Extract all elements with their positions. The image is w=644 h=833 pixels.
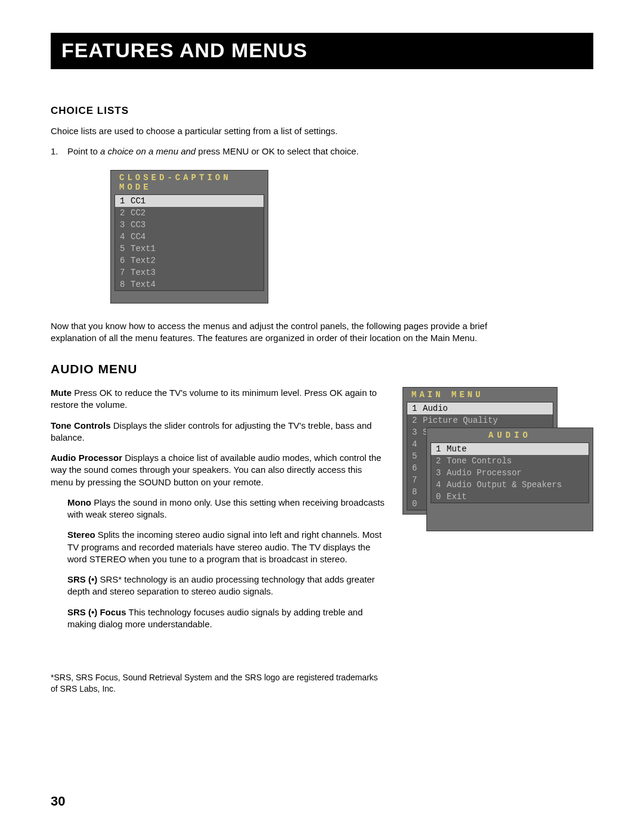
item-number: 3 bbox=[412, 428, 423, 437]
list-item: 8Text4 bbox=[115, 278, 264, 290]
cc-title: CLOSED-CAPTION MODE bbox=[111, 171, 268, 194]
srs-footnote: *SRS, SRS Focus, Sound Retrieval System … bbox=[51, 672, 385, 695]
item-label: Tone Controls bbox=[447, 456, 512, 466]
item-number: 7 bbox=[412, 475, 423, 485]
list-item: 4CC4 bbox=[115, 231, 264, 243]
audio-submenu-list: 1Mute2Tone Controls3Audio Processor4Audi… bbox=[431, 442, 589, 503]
choice-lists-section: CHOICE LISTS Choice lists are used to ch… bbox=[51, 105, 593, 344]
page-number: 30 bbox=[51, 794, 65, 809]
audio-menu-section: AUDIO MENU Mute Press OK to reduce the T… bbox=[51, 362, 593, 695]
item-number: 3 bbox=[120, 220, 131, 230]
item-number: 3 bbox=[436, 468, 447, 478]
item-label: Exit bbox=[447, 492, 467, 501]
item-number: 0 bbox=[412, 499, 423, 509]
item-label: Text4 bbox=[131, 280, 156, 289]
mono-para: Mono Plays the sound in mono only. Use t… bbox=[67, 497, 385, 521]
mute-para: Mute Press OK to reduce the TV's volume … bbox=[51, 387, 385, 411]
proc-para: Audio Processor Displays a choice list o… bbox=[51, 452, 385, 488]
choice-after-text: Now that you know how to access the menu… bbox=[51, 320, 504, 345]
tone-para: Tone Controls Displays the slider contro… bbox=[51, 420, 385, 444]
item-number: 1 bbox=[120, 196, 131, 206]
item-number: 4 bbox=[436, 480, 447, 490]
item-number: 2 bbox=[436, 456, 447, 466]
choice-step-1: 1. Point to a choice on a menu and press… bbox=[51, 145, 432, 157]
choice-intro: Choice lists are used to choose a partic… bbox=[51, 125, 432, 137]
item-label: Text3 bbox=[131, 268, 156, 277]
audio-osd-stack: MAIN MENU 1Audio2Picture Quality3Screen4… bbox=[402, 387, 593, 515]
closed-caption-osd: CLOSED-CAPTION MODE 1CC12CC23CC34CC45Tex… bbox=[110, 170, 268, 304]
list-item: 2Picture Quality bbox=[407, 414, 553, 426]
list-item: 0Exit bbox=[431, 491, 589, 503]
item-number: 1 bbox=[412, 404, 423, 413]
item-label: Picture Quality bbox=[423, 416, 498, 425]
list-item: 1Audio bbox=[407, 402, 553, 414]
chapter-header: FEATURES AND MENUS bbox=[51, 33, 593, 69]
item-label: CC3 bbox=[131, 220, 145, 230]
item-number: 4 bbox=[120, 232, 131, 241]
step-text: Point to a choice on a menu and press ME… bbox=[67, 145, 359, 157]
item-label: Text1 bbox=[131, 244, 156, 253]
item-label: Mute bbox=[447, 444, 467, 454]
list-item: 3CC3 bbox=[115, 219, 264, 231]
list-item: 1CC1 bbox=[115, 195, 264, 207]
list-item: 4Audio Output & Speakers bbox=[431, 479, 589, 491]
item-number: 2 bbox=[412, 416, 423, 425]
step-number: 1. bbox=[51, 145, 67, 157]
item-number: 4 bbox=[412, 439, 423, 449]
main-menu-title: MAIN MENU bbox=[403, 388, 557, 402]
item-label: Audio Processor bbox=[447, 468, 522, 478]
srsfocus-para: SRS (•) Focus This technology focuses au… bbox=[67, 606, 385, 631]
item-number: 6 bbox=[120, 256, 131, 265]
list-item: 7Text3 bbox=[115, 267, 264, 278]
audio-heading: AUDIO MENU bbox=[51, 362, 593, 376]
item-number: 2 bbox=[120, 208, 131, 218]
audio-submenu-title: AUDIO bbox=[427, 428, 593, 442]
item-label: Text2 bbox=[131, 256, 156, 265]
list-item: 3Audio Processor bbox=[431, 467, 589, 479]
srs-para: SRS (•) SRS* technology is an audio proc… bbox=[67, 574, 385, 598]
item-number: 5 bbox=[412, 451, 423, 461]
item-label: CC2 bbox=[131, 208, 145, 218]
audio-submenu-osd: AUDIO 1Mute2Tone Controls3Audio Processo… bbox=[426, 428, 593, 531]
item-number: 8 bbox=[412, 487, 423, 497]
item-number: 5 bbox=[120, 244, 131, 253]
item-label: CC1 bbox=[131, 196, 145, 206]
choice-lists-heading: CHOICE LISTS bbox=[51, 105, 593, 117]
item-number: 1 bbox=[436, 444, 447, 454]
item-number: 0 bbox=[436, 492, 447, 501]
list-item: 1Mute bbox=[431, 443, 589, 455]
cc-list: 1CC12CC23CC34CC45Text16Text27Text38Text4 bbox=[114, 194, 264, 291]
item-number: 6 bbox=[412, 463, 423, 473]
list-item: 2Tone Controls bbox=[431, 455, 589, 467]
item-label: CC4 bbox=[131, 232, 145, 241]
stereo-para: Stereo Splits the incoming stereo audio … bbox=[67, 529, 385, 565]
list-item: 2CC2 bbox=[115, 207, 264, 219]
item-number: 7 bbox=[120, 268, 131, 277]
item-label: Audio bbox=[423, 404, 448, 413]
item-label: Audio Output & Speakers bbox=[447, 480, 562, 490]
list-item: 5Text1 bbox=[115, 243, 264, 255]
list-item: 6Text2 bbox=[115, 255, 264, 267]
item-number: 8 bbox=[120, 280, 131, 289]
